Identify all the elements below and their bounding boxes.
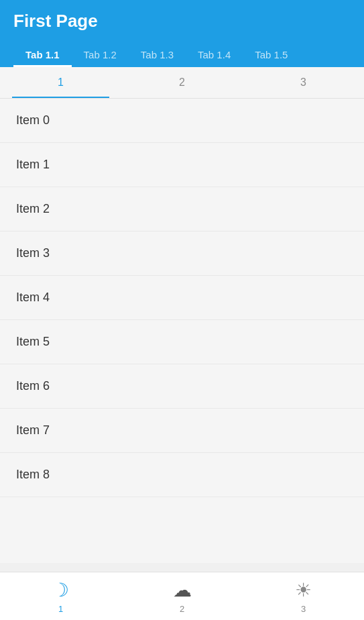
moon-icon: ☽ <box>52 579 69 601</box>
header: First Page Tab 1.1 Tab 1.2 Tab 1.3 Tab 1… <box>0 0 364 67</box>
tab-1-5[interactable]: Tab 1.5 <box>243 42 300 67</box>
subtab-2[interactable]: 2 <box>121 67 243 98</box>
bottom-nav-item-1[interactable]: ☽ 1 <box>0 579 121 614</box>
tab-1-4[interactable]: Tab 1.4 <box>186 42 243 67</box>
bottom-nav-label-1: 1 <box>58 604 63 614</box>
sun-icon: ☀ <box>295 579 312 601</box>
tab-1-1[interactable]: Tab 1.1 <box>13 42 72 67</box>
bottom-nav-item-3[interactable]: ☀ 3 <box>243 579 364 614</box>
bottom-nav-label-3: 3 <box>301 604 306 614</box>
cloud-icon: ☁ <box>173 579 192 601</box>
list-item[interactable]: Item 4 <box>0 276 364 320</box>
page-title: First Page <box>13 11 351 42</box>
list-item[interactable]: Item 0 <box>0 99 364 143</box>
list-item[interactable]: Item 6 <box>0 364 364 409</box>
list-content: Item 0 Item 1 Item 2 Item 3 Item 4 Item … <box>0 99 364 563</box>
tab-1-3[interactable]: Tab 1.3 <box>129 42 186 67</box>
list-item[interactable]: Item 5 <box>0 320 364 364</box>
subtab-3[interactable]: 3 <box>243 67 364 98</box>
bottom-nav-item-2[interactable]: ☁ 2 <box>121 579 243 614</box>
tab-1-2[interactable]: Tab 1.2 <box>72 42 129 67</box>
sub-tab-bar: 1 2 3 <box>0 67 364 99</box>
bottom-nav-label-2: 2 <box>180 604 184 614</box>
list-item[interactable]: Item 1 <box>0 143 364 187</box>
list-item[interactable]: Item 7 <box>0 409 364 453</box>
tab-bar: Tab 1.1 Tab 1.2 Tab 1.3 Tab 1.4 Tab 1.5 <box>13 42 351 67</box>
list-item[interactable]: Item 3 <box>0 231 364 276</box>
subtab-1[interactable]: 1 <box>0 67 121 98</box>
list-item[interactable]: Item 8 <box>0 453 364 497</box>
list-item[interactable]: Item 2 <box>0 187 364 231</box>
bottom-nav: ☽ 1 ☁ 2 ☀ 3 <box>0 572 364 620</box>
